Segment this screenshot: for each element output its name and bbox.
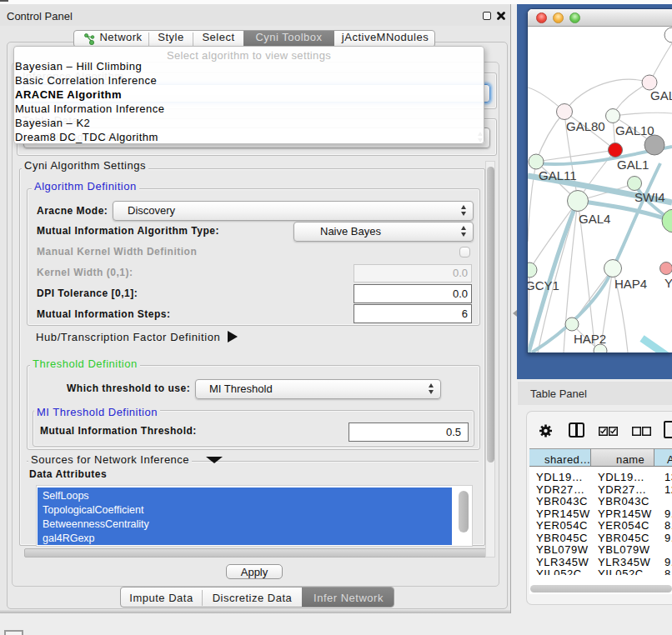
svg-text:Y: Y [664,276,672,290]
svg-text:GAL4: GAL4 [579,212,610,226]
svg-text:HAP4: HAP4 [614,277,647,291]
svg-text:SWI4: SWI4 [634,190,665,204]
svg-text:GAL10: GAL10 [615,123,654,138]
svg-text:HAP2: HAP2 [574,332,606,346]
svg-text:GAL: GAL [650,88,672,102]
svg-text:GAL80: GAL80 [566,119,605,133]
svg-text:GCY1: GCY1 [528,278,559,292]
svg-text:GAL11: GAL11 [539,168,577,182]
svg-text:GAL1: GAL1 [617,158,649,172]
